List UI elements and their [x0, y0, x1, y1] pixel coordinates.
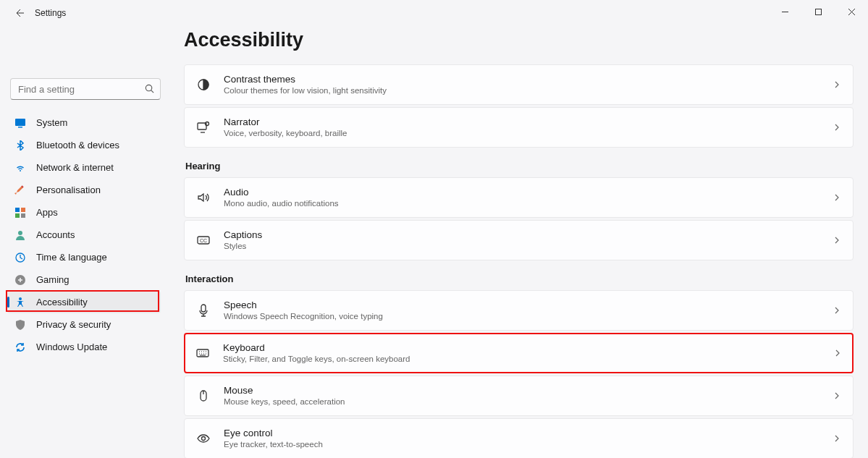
sidebar-item-system[interactable]: System [7, 111, 161, 134]
gaming-icon [14, 274, 26, 286]
apps-icon [14, 207, 26, 219]
sidebar-item-privacy[interactable]: Privacy & security [7, 313, 161, 336]
svg-point-1 [146, 85, 151, 90]
sidebar-item-gaming[interactable]: Gaming [7, 268, 161, 291]
card-subtitle: Colour themes for low vision, light sens… [224, 85, 833, 96]
sidebar-item-network[interactable]: Network & internet [7, 156, 161, 179]
svg-text:CC: CC [200, 238, 207, 243]
chevron-right-icon [833, 80, 841, 89]
contrast-icon [196, 77, 211, 92]
page-title: Accessibility [184, 29, 854, 51]
svg-rect-5 [21, 208, 25, 212]
card-title: Audio [224, 186, 833, 199]
section-label-interaction: Interaction [185, 273, 854, 284]
person-icon [14, 229, 26, 241]
setting-card-captions[interactable]: CC Captions Styles [184, 220, 854, 260]
maximize-button[interactable] [801, 0, 835, 23]
setting-card-audio[interactable]: Audio Mono audio, audio notifications [184, 177, 854, 218]
speaker-icon [196, 190, 211, 205]
search-input[interactable] [10, 78, 161, 100]
card-subtitle: Windows Speech Recognition, voice typing [224, 311, 833, 322]
sidebar-item-personalisation[interactable]: Personalisation [7, 179, 161, 201]
sidebar-item-label: Gaming [36, 274, 69, 285]
chevron-right-icon [833, 193, 841, 202]
sidebar-item-label: Time & language [36, 252, 107, 263]
card-subtitle: Eye tracker, text-to-speech [224, 439, 833, 450]
sidebar-item-label: Network & internet [36, 162, 114, 173]
svg-point-14 [206, 122, 209, 126]
setting-card-keyboard[interactable]: Keyboard Sticky, Filter, and Toggle keys… [184, 333, 854, 373]
chevron-right-icon [833, 123, 841, 132]
setting-card-mouse[interactable]: Mouse Mouse keys, speed, acceleration [184, 376, 854, 416]
microphone-icon [196, 303, 211, 318]
sidebar-item-accounts[interactable]: Accounts [7, 224, 161, 246]
app-title: Settings [35, 8, 66, 18]
setting-card-contrast[interactable]: Contrast themes Colour themes for low vi… [184, 64, 854, 105]
svg-rect-3 [18, 127, 22, 128]
chevron-right-icon [833, 349, 842, 357]
card-title: Speech [224, 299, 833, 312]
close-button[interactable] [835, 0, 868, 23]
minimize-button[interactable] [768, 0, 801, 23]
sidebar-item-accessibility[interactable]: Accessibility [7, 291, 161, 313]
update-icon [14, 342, 26, 353]
svg-rect-4 [15, 208, 20, 212]
bluetooth-icon [14, 140, 26, 151]
svg-rect-0 [815, 9, 821, 14]
minimize-icon [781, 8, 789, 16]
card-subtitle: Mono audio, audio notifications [224, 198, 833, 209]
card-subtitle: Mouse keys, speed, acceleration [224, 396, 833, 407]
wifi-icon [14, 162, 26, 174]
search-icon [144, 83, 155, 94]
svg-rect-7 [21, 213, 25, 218]
svg-rect-17 [201, 305, 206, 312]
sidebar-item-bluetooth[interactable]: Bluetooth & devices [7, 134, 161, 156]
svg-point-8 [18, 231, 22, 235]
sidebar-item-label: System [36, 117, 67, 128]
card-subtitle: Styles [224, 241, 833, 252]
sidebar-item-apps[interactable]: Apps [7, 201, 161, 224]
card-title: Keyboard [223, 342, 833, 355]
section-label-hearing: Hearing [185, 161, 854, 171]
card-title: Mouse [224, 384, 833, 397]
card-title: Contrast themes [224, 73, 833, 86]
setting-card-narrator[interactable]: Narrator Voice, verbosity, keyboard, bra… [184, 107, 854, 148]
keyboard-icon [195, 346, 210, 360]
mouse-icon [196, 389, 211, 403]
chevron-right-icon [833, 306, 841, 315]
arrow-left-icon [14, 7, 25, 19]
card-title: Narrator [224, 116, 833, 129]
back-button[interactable] [9, 2, 30, 24]
svg-rect-6 [15, 213, 20, 218]
chevron-right-icon [833, 391, 841, 400]
paintbrush-icon [14, 185, 26, 196]
svg-point-20 [202, 437, 206, 441]
chevron-right-icon [833, 236, 841, 245]
globe-clock-icon [14, 252, 26, 263]
sidebar-item-label: Accessibility [36, 297, 88, 308]
svg-point-11 [19, 297, 22, 300]
chevron-right-icon [833, 434, 841, 443]
sidebar-item-label: Privacy & security [36, 319, 111, 330]
sidebar-item-time[interactable]: Time & language [7, 246, 161, 268]
narrator-icon [196, 120, 211, 135]
card-subtitle: Voice, verbosity, keyboard, braille [224, 128, 833, 139]
eye-icon [196, 431, 211, 446]
setting-card-speech[interactable]: Speech Windows Speech Recognition, voice… [184, 290, 854, 331]
card-title: Eye control [224, 427, 833, 440]
sidebar-item-label: Apps [36, 207, 58, 218]
sidebar-item-update[interactable]: Windows Update [7, 336, 161, 358]
sidebar-item-label: Personalisation [36, 185, 101, 195]
maximize-icon [814, 8, 822, 16]
svg-rect-2 [15, 119, 25, 126]
setting-card-eyecontrol[interactable]: Eye control Eye tracker, text-to-speech [184, 418, 854, 458]
accessibility-icon [14, 297, 26, 308]
captions-icon: CC [196, 233, 211, 247]
sidebar-item-label: Windows Update [36, 342, 107, 352]
system-icon [14, 117, 26, 129]
shield-icon [14, 319, 26, 331]
sidebar-item-label: Accounts [36, 229, 75, 240]
card-subtitle: Sticky, Filter, and Toggle keys, on-scre… [223, 354, 833, 365]
sidebar-item-label: Bluetooth & devices [36, 140, 119, 150]
close-icon [848, 8, 856, 16]
